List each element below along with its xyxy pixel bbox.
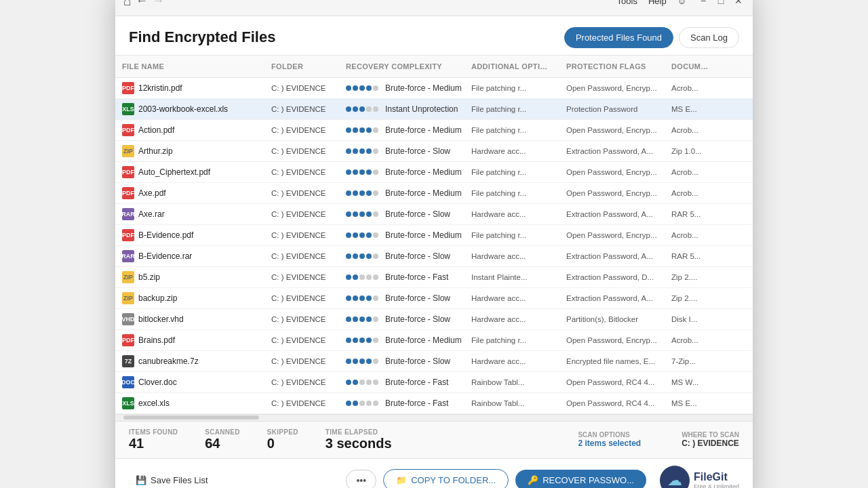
file-type-icon: RAR: [122, 250, 134, 262]
cell-filename: PDF 12kristin.pdf: [115, 78, 264, 98]
dot: [366, 401, 372, 406]
win-controls: − □ ✕: [697, 0, 745, 7]
table-row[interactable]: PDF Axe.pdf C: ) EVIDENCE Brute-force - …: [115, 183, 753, 204]
file-type-icon: VHD: [122, 313, 134, 325]
complexity-dots: [346, 338, 378, 343]
help-menu[interactable]: Help: [648, 0, 667, 6]
dot: [353, 380, 358, 385]
table-row[interactable]: RAR Axe.rar C: ) EVIDENCE Brute-force - …: [115, 204, 753, 225]
horizontal-scrollbar[interactable]: [115, 414, 753, 421]
nav-icons: ⌂ ← →: [123, 0, 164, 9]
filename-text: 2003-workbook-excel.xls: [138, 104, 228, 114]
table-row[interactable]: PDF Brains.pdf C: ) EVIDENCE Brute-force…: [115, 330, 753, 351]
table-row[interactable]: XLS 2003-workbook-excel.xls C: ) EVIDENC…: [115, 99, 753, 120]
items-found-label: ITEMS FOUND: [129, 428, 178, 436]
close-button[interactable]: ✕: [732, 0, 745, 7]
file-type-icon: 7Z: [122, 355, 134, 367]
cell-protection: Extraction Password, A...: [559, 143, 665, 159]
table-row[interactable]: DOC Clover.doc C: ) EVIDENCE Brute-force…: [115, 372, 753, 393]
cell-protection: Open Password, Encryp...: [559, 185, 665, 201]
cell-folder: C: ) EVIDENCE: [264, 332, 339, 348]
where-to-scan-label: WHERE TO SCAN: [682, 431, 739, 439]
cell-folder: C: ) EVIDENCE: [264, 227, 339, 243]
cell-folder: C: ) EVIDENCE: [264, 353, 339, 369]
cell-addopts: Hardware acc...: [465, 143, 559, 159]
filegit-badge: ☁ FileGit Free & Unlimited: [660, 466, 739, 489]
table-row[interactable]: PDF B-Evidence.pdf C: ) EVIDENCE Brute-f…: [115, 225, 753, 246]
dot: [373, 296, 378, 301]
header-tabs: Protected Files Found Scan Log: [564, 27, 739, 48]
file-type-icon: PDF: [122, 166, 134, 178]
cell-addopts: File patching r...: [465, 227, 559, 243]
filegit-name: FileGit: [694, 471, 739, 483]
cell-filename: XLS 2003-workbook-excel.xls: [115, 99, 264, 119]
dot: [353, 127, 358, 133]
filename-text: Action.pdf: [138, 125, 174, 135]
recover-password-label: RECOVER PASSWO...: [542, 475, 634, 485]
time-elapsed-stat: TIME ELAPSED 3 seconds: [326, 428, 392, 451]
save-files-list-button[interactable]: 💾 Save Files List: [129, 471, 215, 488]
cell-addopts: File patching r...: [465, 80, 559, 96]
table-row[interactable]: XLS excel.xls C: ) EVIDENCE Brute-force …: [115, 393, 753, 414]
table-row[interactable]: ZIP backup.zip C: ) EVIDENCE Brute-force…: [115, 288, 753, 309]
more-options-button[interactable]: •••: [346, 470, 376, 489]
maximize-button[interactable]: □: [715, 0, 727, 7]
recovery-label: Brute-force - Slow: [385, 293, 450, 303]
dot: [346, 232, 351, 238]
where-to-scan-group: WHERE TO SCAN C: ) EVIDENCE: [682, 431, 739, 448]
tab-scan-log[interactable]: Scan Log: [679, 27, 739, 48]
scrollbar-thumb[interactable]: [123, 415, 259, 420]
complexity-dots: [346, 190, 378, 196]
dot: [353, 296, 358, 301]
filegit-sub: Free & Unlimited: [694, 483, 739, 489]
table-row[interactable]: PDF Auto_Ciphertext.pdf C: ) EVIDENCE Br…: [115, 162, 753, 183]
dot: [373, 169, 378, 175]
cell-filename: XLS excel.xls: [115, 393, 264, 413]
scan-options-value[interactable]: 2 items selected: [578, 439, 641, 448]
forward-icon[interactable]: →: [152, 0, 164, 8]
col-header-folder: FOLDER: [264, 60, 339, 73]
dot: [366, 85, 372, 91]
emoji-button[interactable]: ☺: [677, 0, 686, 6]
file-type-icon: ZIP: [122, 271, 134, 283]
table-row[interactable]: PDF 12kristin.pdf C: ) EVIDENCE Brute-fo…: [115, 78, 753, 99]
dot: [366, 106, 372, 112]
tools-menu[interactable]: Tools: [617, 0, 637, 6]
cell-recovery: Brute-force - Medium: [339, 121, 465, 139]
table-row[interactable]: VHD bitlocker.vhd C: ) EVIDENCE Brute-fo…: [115, 309, 753, 330]
table-row[interactable]: ZIP Arthur.zip C: ) EVIDENCE Brute-force…: [115, 141, 753, 162]
file-table: FILE NAME FOLDER RECOVERY COMPLEXITY ADD…: [115, 55, 753, 421]
back-icon[interactable]: ←: [136, 0, 148, 8]
complexity-dots: [346, 296, 378, 301]
minimize-button[interactable]: −: [697, 0, 709, 7]
dot: [373, 232, 378, 238]
copy-folder-icon: 📁: [396, 475, 407, 485]
dot: [346, 253, 351, 259]
dot: [359, 106, 365, 112]
dot: [359, 211, 365, 217]
copy-to-folder-button[interactable]: 📁 COPY TO FOLDER...: [383, 469, 509, 488]
dot: [366, 232, 372, 238]
tab-protected-files[interactable]: Protected Files Found: [564, 27, 673, 48]
file-type-icon: ZIP: [122, 292, 134, 304]
page-title: Find Encrypted Files: [129, 28, 275, 46]
scan-options-group: SCAN OPTIONS 2 items selected: [578, 431, 641, 448]
dot: [346, 401, 351, 406]
cell-protection: Open Password, Encryp...: [559, 332, 665, 348]
complexity-dots: [346, 148, 378, 154]
dot: [359, 359, 365, 364]
table-row[interactable]: ZIP b5.zip C: ) EVIDENCE Brute-force - F…: [115, 267, 753, 288]
file-type-icon: PDF: [122, 187, 134, 199]
cell-folder: C: ) EVIDENCE: [264, 80, 339, 96]
table-row[interactable]: PDF Action.pdf C: ) EVIDENCE Brute-force…: [115, 120, 753, 141]
recovery-label: Brute-force - Slow: [385, 146, 450, 156]
table-row[interactable]: 7Z canubreakme.7z C: ) EVIDENCE Brute-fo…: [115, 351, 753, 372]
col-header-filename: FILE NAME: [115, 60, 264, 73]
home-icon[interactable]: ⌂: [123, 0, 132, 9]
recovery-label: Instant Unprotection: [385, 104, 458, 114]
titlebar: ⌂ ← → Tools Help ☺ − □ ✕: [115, 0, 753, 16]
recover-password-button[interactable]: 🔑 RECOVER PASSWO...: [515, 470, 646, 488]
dot: [353, 211, 358, 217]
complexity-dots: [346, 380, 378, 385]
table-row[interactable]: RAR B-Evidence.rar C: ) EVIDENCE Brute-f…: [115, 246, 753, 267]
